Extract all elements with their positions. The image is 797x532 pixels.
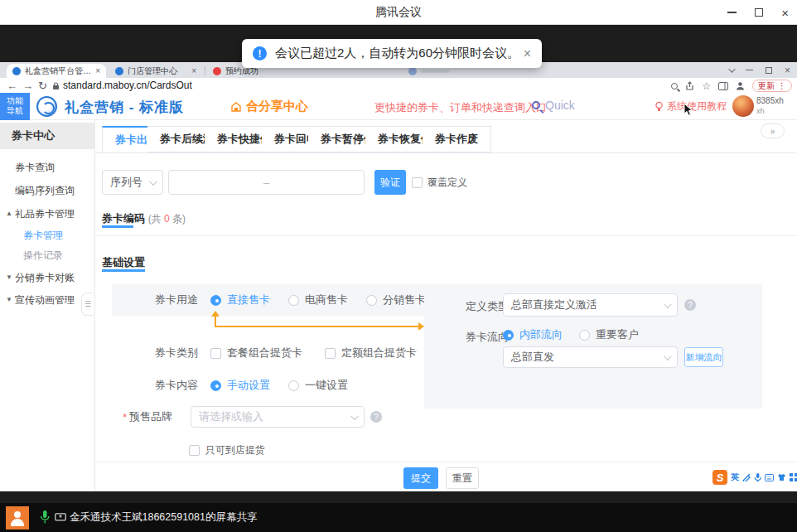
radio-distribution-sale[interactable] xyxy=(366,295,377,306)
help-icon[interactable]: ? xyxy=(684,299,696,311)
warehouse-icon xyxy=(230,101,242,113)
notification-close-icon[interactable]: × xyxy=(524,47,531,60)
quick-search[interactable]: Quick xyxy=(532,99,575,112)
screen-share-icon[interactable] xyxy=(55,513,66,522)
collapse-panel-button[interactable]: » xyxy=(761,123,785,138)
sidebar-item-code-sequence-query[interactable]: 编码序列查询 xyxy=(0,182,95,199)
radio-label-important-customer: 重要客户 xyxy=(596,327,639,342)
divider xyxy=(95,462,797,462)
share-center-link[interactable]: 合分享中心 xyxy=(230,99,308,114)
chrome-update-button[interactable]: 更新 ⋮ xyxy=(752,80,792,92)
browser-close-icon[interactable]: × xyxy=(785,65,790,76)
bookmark-star-icon[interactable]: ☆ xyxy=(702,80,711,92)
brand-select[interactable]: 请选择或输入 xyxy=(191,406,365,428)
submit-button[interactable]: 提交 xyxy=(403,467,438,489)
sidebar-item-card-management[interactable]: 券卡管理 xyxy=(0,227,95,244)
maximize-icon[interactable] xyxy=(755,8,763,17)
ime-mic-icon[interactable] xyxy=(754,473,761,482)
sidebar-item-card-query[interactable]: 券卡查询 xyxy=(0,159,95,176)
minimize-icon[interactable] xyxy=(727,12,737,13)
usage-label: 券卡用途 xyxy=(155,293,198,307)
sogou-logo-icon[interactable]: S xyxy=(712,470,727,485)
browser-window: 礼盒营销平台管理中心 × 门店管理中心 × 预约成功 × xyxy=(0,62,797,491)
function-nav-button[interactable]: 功能 导航 xyxy=(0,93,30,120)
ime-pen-icon[interactable] xyxy=(742,473,751,481)
add-flow-button[interactable]: 新增流向 xyxy=(684,347,723,367)
verify-button[interactable]: 验证 xyxy=(374,170,406,195)
forward-icon[interactable]: → xyxy=(22,78,33,94)
browser-maximize-icon[interactable] xyxy=(766,67,772,74)
radio-one-click-setup[interactable] xyxy=(288,380,299,391)
sidebar-title: 券卡中心 xyxy=(0,123,95,149)
back-icon[interactable]: ← xyxy=(7,78,17,94)
collapse-arrow-icon: ▼ xyxy=(6,269,12,286)
app-brand-title: 礼盒营销 - 标准版 xyxy=(65,98,184,117)
kebab-menu-icon[interactable]: ⋮ xyxy=(778,81,786,90)
reset-button[interactable]: 重置 xyxy=(446,467,479,489)
checkbox-store-pickup-only[interactable] xyxy=(189,445,200,456)
collapse-arrow-icon: ▼ xyxy=(6,292,12,308)
search-icon xyxy=(532,101,540,109)
side-panel-icon[interactable] xyxy=(718,82,728,90)
tencent-meeting-window: 腾讯会议 × 礼盒营销平台管理中心 × 门店管理中心 × 预约成功 xyxy=(0,0,797,532)
define-type-select[interactable]: 总部直接定义激活 xyxy=(503,293,678,317)
browser-tab-2[interactable]: 门店管理中心 × xyxy=(109,64,202,78)
profile-icon[interactable] xyxy=(736,81,745,90)
radio-label-direct-sale: 直接售卡 xyxy=(227,293,270,307)
tab-card-void[interactable]: 券卡作废 xyxy=(423,126,491,152)
meeting-notification: ! 会议已超过2人，自动转为60分钟限时会议。 × xyxy=(242,39,542,68)
ime-toolbar: S 英 xyxy=(712,469,797,486)
lightbulb-icon xyxy=(655,101,664,112)
override-checkbox[interactable] xyxy=(412,177,423,188)
close-icon[interactable]: × xyxy=(781,7,789,19)
browser-window-controls: × xyxy=(728,62,790,78)
checkbox-combo-pickup-card[interactable] xyxy=(210,348,221,359)
tab-label: 门店管理中心 xyxy=(128,65,187,77)
content-tabbar: 券卡出库 券卡后续激活 券卡快捷修改 券卡回收 券卡暂停使用 券卡恢复使用 券卡… xyxy=(95,126,797,153)
update-label: 更新 xyxy=(758,80,775,92)
checkbox-fixed-combo-pickup-card[interactable] xyxy=(325,348,336,359)
sidebar-item-operation-log[interactable]: 操作记录 xyxy=(0,247,95,264)
ime-toolbox-icon[interactable] xyxy=(790,473,797,481)
ime-lang-toggle[interactable]: 英 xyxy=(731,472,739,483)
sidebar: 券卡中心 券卡查询 编码序列查询 ▲ 礼品券卡管理 券卡管理 操作记录 ▼ 分销… xyxy=(0,120,95,491)
radio-internal-flow[interactable] xyxy=(503,330,514,341)
radio-label-one-click-setup: 一键设置 xyxy=(305,378,348,393)
screen-share-bar: 金禾通技术王斌18662591081的屏幕共享 xyxy=(0,503,797,532)
ime-skin-icon[interactable] xyxy=(777,473,786,481)
brand-label: 预售品牌 xyxy=(129,409,172,424)
sidebar-group-gift-card-management[interactable]: ▲ 礼品券卡管理 xyxy=(0,206,95,222)
url-text[interactable]: standard.maboy.cn/CardsOut xyxy=(63,78,192,94)
user-avatar[interactable] xyxy=(732,95,754,117)
radio-ecommerce-sale[interactable] xyxy=(288,295,299,306)
required-asterisk: * xyxy=(123,411,127,423)
chevron-down-icon[interactable] xyxy=(728,65,735,72)
chevron-down-icon xyxy=(149,177,157,186)
ime-keyboard-icon[interactable] xyxy=(765,474,774,481)
basic-settings-underline xyxy=(102,269,145,272)
flow-select[interactable]: 总部直发 xyxy=(503,346,678,368)
radio-label-manual-setup: 手动设置 xyxy=(227,378,270,393)
codes-heading: 券卡编码 (共 0 条) xyxy=(102,211,186,226)
serial-type-select[interactable]: 序列号 xyxy=(102,170,163,195)
serial-range-input[interactable]: – xyxy=(168,170,365,195)
share-icon[interactable] xyxy=(685,81,694,90)
browser-tab-1[interactable]: 礼盒营销平台管理中心 × xyxy=(7,64,106,78)
browser-minimize-icon[interactable] xyxy=(746,70,753,70)
participant-icon[interactable] xyxy=(6,506,29,530)
tab-close-icon[interactable]: × xyxy=(95,66,100,75)
zoom-icon[interactable] xyxy=(671,83,678,89)
meeting-titlebar: 腾讯会议 × xyxy=(0,0,797,25)
help-icon[interactable]: ? xyxy=(370,411,382,423)
mic-on-icon[interactable] xyxy=(40,510,50,524)
radio-important-customer[interactable] xyxy=(579,330,590,341)
tab-label: 礼盒营销平台管理中心 xyxy=(25,65,91,77)
reload-icon[interactable]: ↻ xyxy=(38,78,47,94)
tab-close-icon[interactable]: × xyxy=(191,66,196,75)
sidebar-group-distribution-reconcile[interactable]: ▼ 分销券卡对账 xyxy=(0,269,95,286)
radio-label-distribution-sale: 分销售卡 xyxy=(383,293,426,307)
define-type-value: 总部直接定义激活 xyxy=(511,297,597,312)
sidebar-drag-handle[interactable]: ☰ xyxy=(81,293,94,316)
radio-direct-sale[interactable] xyxy=(210,295,221,306)
radio-manual-setup[interactable] xyxy=(210,380,221,391)
